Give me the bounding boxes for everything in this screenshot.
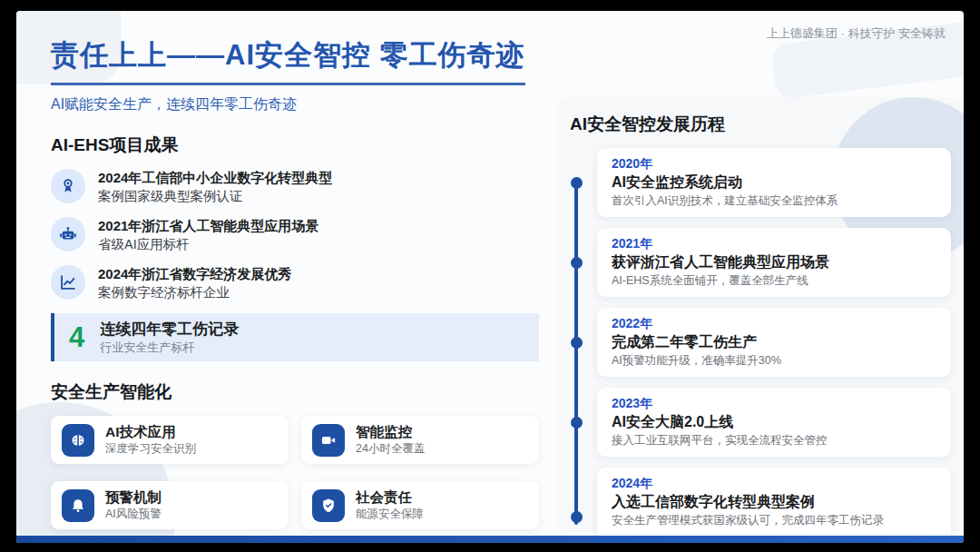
timeline-desc: AI-EHS系统全面铺开，覆盖全部生产线 <box>612 273 936 289</box>
capability-subtitle: 能源安全保障 <box>356 507 424 522</box>
timeline-line <box>574 186 578 525</box>
timeline-title: 获评浙江省人工智能典型应用场景 <box>612 252 936 271</box>
timeline-item-2022: 2022年 完成第二年零工伤生产 AI预警功能升级，准确率提升30% <box>597 308 951 377</box>
achievements-heading: AI-EHS项目成果 <box>51 133 552 157</box>
achievement-line2: 省级AI应用标杆 <box>98 235 318 253</box>
achievement-item: 2024年工信部中小企业数字化转型典型 案例国家级典型案例认证 <box>51 169 552 205</box>
capability-card-responsibility: 社会责任 能源安全保障 <box>301 481 539 529</box>
capability-subtitle: 深度学习安全识别 <box>105 441 196 457</box>
bell-icon <box>62 489 94 522</box>
timeline-year: 2024年 <box>612 475 936 491</box>
timeline-year: 2021年 <box>612 235 936 251</box>
achievement-line2: 案例数字经济标杆企业 <box>98 283 291 301</box>
timeline-desc: 安全生产管理模式获国家级认可，完成四年零工伤记录 <box>612 513 936 528</box>
timeline-item-2021: 2021年 获评浙江省人工智能典型应用场景 AI-EHS系统全面铺开，覆盖全部生… <box>597 228 951 297</box>
achievement-item: 2024年浙江省数字经济发展优秀 案例数字经济标杆企业 <box>51 265 552 301</box>
timeline-year: 2020年 <box>612 155 936 172</box>
timeline-dot <box>571 177 583 189</box>
left-column: 责任上上——AI安全智控 零工伤奇迹 AI赋能安全生产，连续四年零工伤奇迹 AI… <box>51 36 552 529</box>
timeline-desc: 接入工业互联网平台，实现全流程安全管控 <box>612 433 936 448</box>
timeline-dot <box>571 417 583 429</box>
timeline-year: 2023年 <box>612 395 936 411</box>
robot-icon <box>51 217 85 251</box>
achievement-line1: 2021年浙江省人工智能典型应用场景 <box>98 217 318 235</box>
zero-injury-highlight: 4 连续四年零工伤记录 行业安全生产标杆 <box>51 313 539 361</box>
achievement-line2: 案例国家级典型案例认证 <box>98 187 332 205</box>
capability-title: 社会责任 <box>356 488 424 507</box>
timeline-dot <box>571 337 583 349</box>
capability-subtitle: 24小时全覆盖 <box>356 441 425 457</box>
timeline-title: AI安全监控系统启动 <box>612 172 936 192</box>
timeline-title: 完成第二年零工伤生产 <box>612 332 936 351</box>
capability-card-monitor: 智能监控 24小时全覆盖 <box>301 416 539 464</box>
camera-icon <box>312 424 345 457</box>
timeline-title: AI安全大脑2.0上线 <box>612 412 936 431</box>
capability-card-alert: 预警机制 AI风险预警 <box>51 481 289 529</box>
timeline-item-2023: 2023年 AI安全大脑2.0上线 接入工业互联网平台，实现全流程安全管控 <box>597 388 951 457</box>
achievement-item: 2021年浙江省人工智能典型应用场景 省级AI应用标杆 <box>51 217 552 253</box>
achievements-list: 2024年工信部中小企业数字化转型典型 案例国家级典型案例认证 2021年浙江省… <box>51 169 552 301</box>
timeline-year: 2022年 <box>612 315 936 331</box>
highlight-title: 连续四年零工伤记录 <box>100 320 239 340</box>
achievement-line1: 2024年浙江省数字经济发展优秀 <box>98 265 291 283</box>
capability-title: AI技术应用 <box>105 423 196 441</box>
highlight-number: 4 <box>69 323 84 351</box>
award-icon <box>51 169 85 203</box>
timeline-item-2020: 2020年 AI安全监控系统启动 首次引入AI识别技术，建立基础安全监控体系 <box>597 148 951 217</box>
timeline-dot <box>571 511 583 523</box>
capability-title: 智能监控 <box>356 423 425 441</box>
shield-icon <box>312 489 345 522</box>
page-subtitle: AI赋能安全生产，连续四年零工伤奇迹 <box>51 95 552 114</box>
capability-card-ai: AI技术应用 深度学习安全识别 <box>51 416 289 464</box>
timeline-item-2024: 2024年 入选工信部数字化转型典型案例 安全生产管理模式获国家级认可，完成四年… <box>597 468 951 543</box>
timeline: 2020年 AI安全监控系统启动 首次引入AI识别技术，建立基础安全监控体系 2… <box>570 148 951 543</box>
timeline-desc: AI预警功能升级，准确率提升30% <box>612 353 936 369</box>
slide: 上上德盛集团 · 科技守护 安全铸就 责任上上——AI安全智控 零工伤奇迹 AI… <box>16 11 964 543</box>
capability-title: 预警机制 <box>105 488 162 507</box>
page-title: 责任上上——AI安全智控 零工伤奇迹 <box>51 36 525 85</box>
corner-tagline: 上上德盛集团 · 科技守护 安全铸就 <box>767 25 946 42</box>
timeline-heading: AI安全智控发展历程 <box>570 113 951 136</box>
timeline-panel: AI安全智控发展历程 2020年 AI安全监控系统启动 首次引入AI识别技术，建… <box>570 113 951 543</box>
timeline-desc: 首次引入AI识别技术，建立基础安全监控体系 <box>612 193 936 209</box>
capability-subtitle: AI风险预警 <box>105 507 162 522</box>
timeline-dot <box>571 257 583 269</box>
capabilities-heading: 安全生产智能化 <box>51 380 552 404</box>
ai-brain-icon <box>62 424 94 457</box>
capabilities-grid: AI技术应用 深度学习安全识别 智能监控 24小时全覆盖 <box>51 416 552 529</box>
highlight-subtitle: 行业安全生产标杆 <box>100 340 239 355</box>
bottom-accent-bar <box>16 536 964 543</box>
chart-icon <box>51 265 85 300</box>
timeline-title: 入选工信部数字化转型典型案例 <box>612 492 936 511</box>
achievement-line1: 2024年工信部中小企业数字化转型典型 <box>98 169 332 187</box>
